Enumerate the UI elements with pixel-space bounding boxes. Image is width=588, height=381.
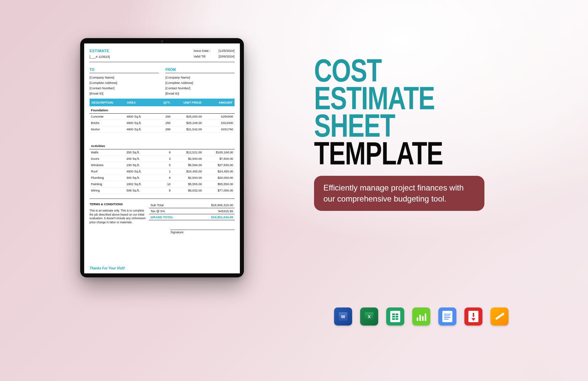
subtotal-label: Sub Total	[150, 203, 163, 207]
camera-icon	[161, 40, 163, 43]
cell-amount: 6250000	[202, 115, 233, 118]
cell-unit-price: $25,000.00	[171, 115, 202, 118]
google-docs-icon[interactable]	[438, 307, 456, 326]
sheet-header: ESTIMATE [___# 123523] Issue Date : [12/…	[90, 49, 235, 62]
cell-area: 200 Sq.ft.	[127, 157, 155, 160]
subtotal-value: $18,906,319.00	[211, 203, 233, 207]
title-line-4: TEMPLATE	[314, 140, 496, 167]
cell-desc: Bricks	[91, 121, 127, 125]
format-icon-row: W X	[334, 307, 508, 326]
cell-unit-price: $9,632.00	[171, 189, 202, 192]
cell-amount: $24,455.00	[202, 170, 233, 173]
cell-amount: 6312000	[202, 121, 233, 125]
cell-area: 300 Sq.ft.	[127, 176, 155, 179]
table-row: Bricks4800 Sq.ft.250$25,248.006312000	[90, 120, 235, 126]
terms-title: TERMS & CONDITIONS	[90, 202, 146, 206]
cell-desc: Concrete	[91, 115, 127, 118]
section-title: Activities	[90, 142, 235, 149]
issue-date-value: [12/5/2024]	[218, 49, 235, 52]
to-address: [Complete Address]	[90, 81, 159, 85]
estimate-sheet: ESTIMATE [___# 123523] Issue Date : [12/…	[84, 43, 240, 273]
grand-total-value: $19,851,634.95	[211, 215, 233, 219]
to-company: [Company Name]	[90, 76, 159, 79]
cell-unit-price: $12,521.00	[171, 151, 202, 154]
table-row: Painting1802 Sq.ft.10$5,555.00$55,550.00	[90, 181, 235, 187]
to-email: [Email ID]	[90, 92, 159, 95]
marketing-blurb: Efficiently manage project finances with…	[314, 176, 484, 211]
cell-unit-price: $2,500.00	[171, 157, 202, 160]
cell-desc: Windows	[91, 163, 127, 167]
tax-value: 945315.95	[218, 209, 233, 213]
cell-area: 4800 Sq.ft.	[127, 121, 155, 125]
col-qty: QTY.	[155, 101, 170, 104]
terms-text: This is an estimate only. This is to com…	[90, 209, 146, 224]
valid-till-label: Valid Till:	[193, 54, 215, 58]
cell-amount: $27,830.00	[202, 163, 233, 167]
word-icon[interactable]: W	[334, 307, 352, 326]
cell-desc: Walls	[91, 151, 127, 154]
thanks-text: Thanks For Your Visit!	[90, 264, 235, 270]
cell-qty: 3	[155, 157, 171, 160]
cell-unit-price: $5,566.00	[171, 163, 202, 167]
col-unit-price: UNIT PRICE	[170, 101, 201, 104]
cell-desc: Roof	[91, 170, 127, 173]
table-row: Walls250 Sq.ft.8$12,521.00$100,168.00	[90, 149, 235, 156]
cell-area: 150 Sq.ft.	[127, 163, 155, 167]
issue-date-label: Issue Date :	[193, 49, 215, 52]
tax-label: Tax @ 5%	[150, 209, 165, 213]
cell-qty: 1	[155, 170, 171, 173]
table-row: Concrete4800 Sq.ft.250$25,000.006250000	[90, 114, 235, 120]
cell-unit-price: $21,542.00	[171, 128, 202, 131]
cell-area: 4800 Sq.ft.	[127, 128, 155, 131]
cell-qty: 250	[155, 115, 171, 118]
pdf-icon[interactable]	[464, 307, 482, 326]
cell-qty: 280	[155, 128, 171, 131]
to-label: TO	[90, 68, 159, 73]
table-row: Roof4800 Sq.ft.1$24,455.00$24,455.00	[90, 168, 235, 175]
table-row: Plumbing300 Sq.ft.8$2,500.00$20,000.00	[90, 175, 235, 181]
col-area: AREA	[127, 101, 155, 104]
section-title: Foundation	[90, 106, 235, 114]
line-items-table: DESCRIPTION AREA QTY. UNIT PRICE AMOUNT …	[90, 99, 235, 194]
cell-qty: 250	[155, 121, 171, 125]
marketing-column: COST ESTIMATE SHEET TEMPLATE Efficiently…	[314, 57, 548, 211]
cell-desc: Wiring	[91, 189, 127, 192]
col-description: DESCRIPTION	[92, 101, 127, 104]
cell-amount: $7,500.00	[202, 157, 233, 160]
grand-total-label: GRAND TOTAL	[150, 215, 173, 219]
cell-qty: 5	[155, 163, 171, 167]
valid-till-value: [20/6/2024]	[218, 54, 235, 58]
from-label: FROM	[165, 68, 235, 73]
from-email: [Email ID]	[165, 92, 235, 95]
cell-qty: 8	[155, 189, 171, 192]
cell-unit-price: $2,500.00	[171, 176, 202, 179]
table-header: DESCRIPTION AREA QTY. UNIT PRICE AMOUNT	[90, 99, 235, 106]
from-company: [Company Name]	[165, 76, 235, 79]
cell-unit-price: $5,555.00	[171, 182, 202, 186]
cell-area: 4800 Sq.ft.	[127, 170, 155, 173]
pages-icon[interactable]	[490, 307, 508, 326]
cell-qty: 8	[155, 151, 171, 154]
table-row: Mortor4800 Sq.ft.280$21,542.006031760	[90, 126, 235, 133]
cell-qty: 10	[155, 182, 171, 186]
cell-unit-price: $25,248.00	[171, 121, 202, 125]
signature-label: Signature:	[170, 230, 235, 234]
tablet-frame: ESTIMATE [___# 123523] Issue Date : [12/…	[80, 38, 244, 277]
cell-amount: $100,168.00	[202, 151, 233, 154]
excel-icon[interactable]: X	[360, 307, 378, 326]
from-address: [Complete Address]	[165, 81, 235, 85]
cell-qty: 8	[155, 176, 171, 179]
cell-unit-price: $24,455.00	[171, 170, 202, 173]
cell-desc: Plumbing	[91, 176, 127, 179]
from-contact: [Contact Number]	[165, 86, 235, 90]
numbers-icon[interactable]	[412, 307, 430, 326]
estimate-title: ESTIMATE	[90, 49, 110, 53]
col-amount: AMOUNT	[201, 101, 233, 104]
google-sheets-icon[interactable]	[386, 307, 404, 326]
cell-area: 250 Sq.ft.	[127, 151, 155, 154]
terms-block: TERMS & CONDITIONS This is an estimate o…	[90, 202, 146, 234]
cell-amount: $20,000.00	[202, 176, 233, 179]
cell-area: 4800 Sq.ft.	[127, 115, 155, 118]
table-row: Doors200 Sq.ft.3$2,500.00$7,500.00	[90, 156, 235, 162]
cell-desc: Mortor	[91, 128, 127, 131]
